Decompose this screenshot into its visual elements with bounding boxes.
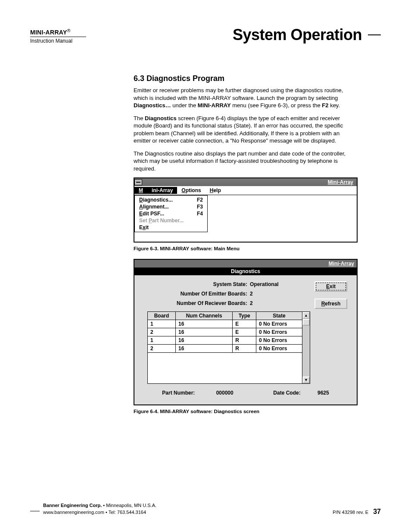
regmark: ® xyxy=(67,28,71,33)
mini-array-dropdown: Diagnostics...F2 Alignment...F3 Edit PSF… xyxy=(134,195,208,232)
footer-dash xyxy=(30,511,40,512)
diagnostics-table: Board Num Channels Type State 116E0 No E… xyxy=(147,311,302,384)
table-row[interactable]: 216R0 No Errors xyxy=(148,345,302,353)
company-loc: • Minneapolis, MN U.S.A. xyxy=(102,503,156,508)
page-number: 37 xyxy=(373,508,381,515)
page-title: System Operation xyxy=(233,26,381,44)
emitter-boards-value: 2 xyxy=(250,291,253,297)
col-state: State xyxy=(256,312,302,320)
col-num-channels: Num Channels xyxy=(176,312,233,320)
refresh-button[interactable]: Refresh xyxy=(314,299,347,309)
menu-item-edit-psf[interactable]: Edit PSF...F4 xyxy=(135,210,207,217)
scroll-up-icon[interactable]: ▲ xyxy=(302,312,310,319)
menu-item-alignment[interactable]: Alignment...F3 xyxy=(135,203,207,210)
table-header-row: Board Num Channels Type State xyxy=(148,312,302,320)
menu-item-exit[interactable]: Exit xyxy=(135,224,207,231)
col-type: Type xyxy=(233,312,256,320)
system-menu-icon[interactable] xyxy=(134,179,142,185)
diag-titlebar: Mini-Array xyxy=(134,260,357,268)
date-code-value: 9625 xyxy=(318,390,329,396)
scroll-down-icon[interactable]: ▼ xyxy=(302,376,310,383)
part-number-label: Part Number: xyxy=(162,390,195,396)
table-row[interactable]: 216E0 No Errors xyxy=(148,328,302,336)
col-board: Board xyxy=(148,312,176,320)
system-state-value: Operational xyxy=(250,281,279,287)
doc-subtitle: Instruction Manual xyxy=(30,38,86,44)
receiver-boards-label: Number Of Reciever Boards: xyxy=(164,300,250,306)
menu-item-diagnostics[interactable]: Diagnostics...F2 xyxy=(135,196,207,203)
company-contact: www.bannerengineering.com • Tel: 763.544… xyxy=(43,509,156,516)
product-name: MINI-ARRAY xyxy=(30,29,67,36)
system-state-label: System State: xyxy=(164,281,250,287)
menu-item-set-part-number: Set Part Number... xyxy=(135,217,207,224)
table-row[interactable]: 116E0 No Errors xyxy=(148,320,302,328)
title-dash xyxy=(368,34,381,35)
company-name: Banner Engineering Corp. xyxy=(43,503,102,508)
menu-help[interactable]: Help xyxy=(206,187,225,194)
table-row[interactable]: 116R0 No Errors xyxy=(148,336,302,345)
main-menu-window: Mini-Array Mini-Array Options Help Diagn… xyxy=(134,177,358,243)
window-title: Mini-Array xyxy=(328,179,355,185)
scrollbar[interactable]: ▲ ▼ xyxy=(302,311,310,384)
diagnostics-window: Mini-Array Diagnostics Exit Refresh Syst… xyxy=(134,259,358,405)
page-footer: Banner Engineering Corp. • Minneapolis, … xyxy=(30,502,381,516)
menubar: Mini-Array Options Help xyxy=(134,186,357,195)
scroll-thumb[interactable] xyxy=(302,319,310,326)
receiver-boards-value: 2 xyxy=(250,300,253,306)
exit-button[interactable]: Exit xyxy=(314,281,347,292)
paragraph-3: The Diagnostics routine also displays th… xyxy=(134,150,358,173)
figure-6-3-caption: Figure 6-3. MINI-ARRAY software: Main Me… xyxy=(134,246,358,251)
menu-mini-array[interactable]: Mini-Array xyxy=(134,187,177,194)
menu-options[interactable]: Options xyxy=(177,187,205,194)
section-title: 6.3 Diagnostics Program xyxy=(134,74,358,83)
paragraph-2: The Diagnostics screen (Figure 6-4) disp… xyxy=(134,115,358,145)
part-number-value: 000000 xyxy=(216,390,234,396)
figure-6-4-caption: Figure 6-4. MINI-ARRAY software: Diagnos… xyxy=(134,409,358,414)
paragraph-1: Emitter or receiver problems may be furt… xyxy=(134,87,358,109)
diag-subtitle: Diagnostics xyxy=(134,268,357,275)
date-code-label: Date Code: xyxy=(273,390,300,396)
emitter-boards-label: Number Of Emitter Boards: xyxy=(164,291,250,297)
header-left: MINI-ARRAY® Instruction Manual xyxy=(30,28,86,44)
part-number-rev: P/N 43298 rev. E xyxy=(333,510,368,515)
